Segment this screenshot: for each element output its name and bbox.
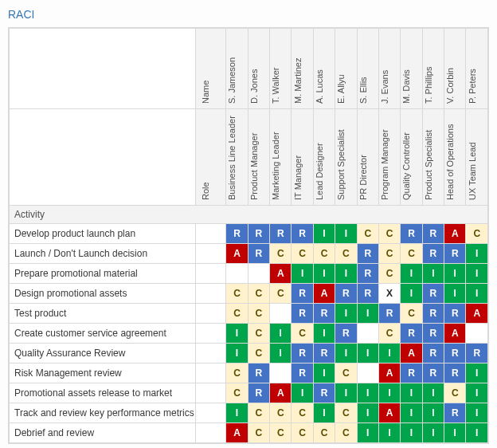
raci-cell: R — [444, 304, 466, 324]
row-spacer — [195, 304, 226, 324]
role-header: Support Specialist — [335, 109, 357, 206]
raci-cell: I — [357, 403, 378, 423]
table-row: Design promotional assetsCCCRARRXIRII — [10, 284, 488, 304]
table-row: Promotional assets release to marketCRAI… — [10, 383, 488, 403]
raci-cell: I — [270, 344, 292, 364]
name-header: M. Martinez — [292, 29, 313, 109]
raci-cell: I — [378, 423, 400, 443]
raci-matrix: NameS. JamesonD. JonesT. WalkerM. Martin… — [8, 27, 489, 444]
raci-cell: C — [270, 244, 292, 264]
raci-cell: I — [335, 383, 357, 403]
role-header: Program Manager — [378, 109, 400, 206]
name-header: E. Allyu — [335, 29, 357, 109]
table-row: Test productCCRRIIRCRRA — [10, 304, 488, 324]
raci-cell: C — [466, 224, 488, 244]
raci-cell: R — [444, 344, 466, 364]
row-spacer — [195, 364, 226, 383]
raci-cell: C — [378, 224, 400, 244]
raci-cell: I — [422, 403, 444, 423]
activity-label: Promotional assets release to market — [10, 383, 196, 403]
raci-cell: R — [401, 224, 422, 244]
raci-cell: C — [292, 244, 313, 264]
raci-cell: R — [248, 244, 269, 264]
table-row: Launch / Don't Launch decisionARCCCCRCCR… — [10, 244, 488, 264]
raci-cell: C — [444, 383, 466, 403]
raci-cell: I — [466, 284, 488, 304]
activity-label: Launch / Don't Launch decision — [10, 244, 196, 264]
raci-cell: I — [466, 403, 488, 423]
raci-cell — [226, 264, 248, 284]
header-corner — [10, 29, 196, 109]
raci-cell: R — [292, 304, 313, 324]
raci-cell: C — [226, 284, 248, 304]
role-header: Lead Designer — [313, 109, 335, 206]
name-header: P. Peters — [466, 29, 488, 109]
raci-cell: R — [357, 244, 378, 264]
page-title: RACI — [8, 8, 489, 21]
raci-cell: I — [466, 423, 488, 443]
raci-cell: R — [378, 304, 400, 324]
raci-cell: C — [335, 364, 357, 383]
raci-cell — [357, 324, 378, 344]
raci-cell: I — [313, 224, 335, 244]
raci-cell: R — [444, 364, 466, 383]
raci-cell: R — [292, 344, 313, 364]
raci-cell: I — [401, 423, 422, 443]
raci-cell: R — [248, 224, 269, 244]
table-row: Quality Assurance ReviewICIRRIIIARRR — [10, 344, 488, 364]
row-spacer — [195, 224, 226, 244]
raci-cell: R — [422, 224, 444, 244]
raci-cell: I — [292, 264, 313, 284]
raci-cell: C — [378, 244, 400, 264]
raci-cell: C — [292, 423, 313, 443]
raci-cell: C — [226, 383, 248, 403]
raci-cell: R — [422, 284, 444, 304]
role-header: Head of Operations — [444, 109, 466, 206]
raci-cell: I — [378, 344, 400, 364]
role-header: Product Manager — [248, 109, 269, 206]
raci-cell: A — [466, 304, 488, 324]
raci-cell: I — [226, 324, 248, 344]
role-header: Product Specialist — [422, 109, 444, 206]
raci-cell: C — [292, 403, 313, 423]
raci-cell: I — [270, 324, 292, 344]
activity-section-header: Activity — [10, 206, 488, 224]
raci-cell: I — [313, 264, 335, 284]
raci-cell: C — [248, 304, 269, 324]
raci-cell: C — [357, 224, 378, 244]
table-row: Risk Management reviewCRRICARRRI — [10, 364, 488, 383]
raci-cell: R — [422, 344, 444, 364]
raci-cell: R — [313, 344, 335, 364]
row-spacer — [195, 244, 226, 264]
role-header: Business Line Leader — [226, 109, 248, 206]
raci-cell: C — [401, 304, 422, 324]
raci-cell: C — [248, 423, 269, 443]
role-header: Quality Controller — [401, 109, 422, 206]
raci-cell: C — [292, 324, 313, 344]
raci-cell: C — [335, 403, 357, 423]
raci-cell: C — [401, 244, 422, 264]
raci-cell: A — [444, 324, 466, 344]
raci-cell: A — [313, 284, 335, 304]
raci-cell: R — [401, 324, 422, 344]
activity-label: Develop product launch plan — [10, 224, 196, 244]
raci-cell: A — [270, 383, 292, 403]
raci-cell: I — [466, 364, 488, 383]
row-spacer — [195, 264, 226, 284]
raci-cell: C — [248, 284, 269, 304]
table-row: Develop product launch planRRRRIICCRRAC — [10, 224, 488, 244]
name-header: V. Corbin — [444, 29, 466, 109]
raci-cell: A — [444, 224, 466, 244]
name-header: S. Ellis — [357, 29, 378, 109]
raci-cell: R — [422, 244, 444, 264]
name-header: J. Evans — [378, 29, 400, 109]
raci-cell: I — [357, 423, 378, 443]
raci-cell: R — [466, 344, 488, 364]
raci-cell: R — [313, 304, 335, 324]
raci-cell: C — [226, 304, 248, 324]
raci-cell: I — [335, 224, 357, 244]
activity-label: Create customer service agreement — [10, 324, 196, 344]
raci-cell: C — [248, 403, 269, 423]
raci-cell: I — [444, 264, 466, 284]
activity-label: Test product — [10, 304, 196, 324]
